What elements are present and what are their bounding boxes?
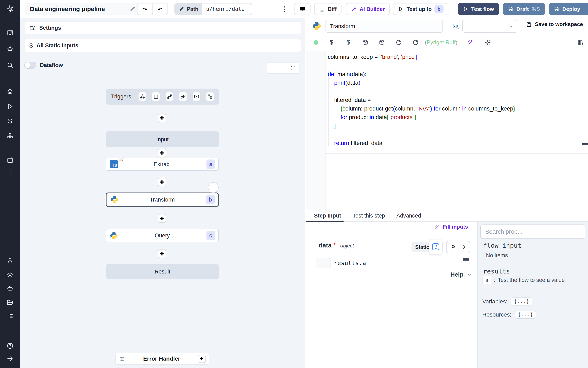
- help-dropdown[interactable]: Help: [450, 271, 472, 278]
- tag-select[interactable]: [462, 20, 517, 33]
- add-plus-icon[interactable]: [6, 169, 14, 177]
- route-trigger-icon[interactable]: [166, 92, 173, 101]
- zoom-out-button[interactable]: [278, 64, 288, 73]
- editor-scrollbar-thumb[interactable]: [582, 143, 588, 145]
- package-icon[interactable]: [362, 39, 369, 46]
- poll-watch-trigger-icon[interactable]: [206, 92, 214, 101]
- extract-step-node[interactable]: TS Extract a: [106, 158, 219, 171]
- ai-builder-label: AI Builder: [360, 6, 385, 12]
- undo-button[interactable]: [138, 3, 152, 15]
- search-icon[interactable]: [6, 62, 14, 69]
- result-key-chip[interactable]: a: [482, 276, 491, 284]
- save-draft-button[interactable]: Draft ⌘S: [503, 3, 545, 15]
- favorites-star-icon[interactable]: [6, 45, 14, 53]
- add-step-button[interactable]: [158, 214, 166, 223]
- play-outline-icon: [463, 6, 468, 12]
- edit-title-pencil-icon[interactable]: [130, 6, 136, 12]
- resources-chip[interactable]: {...}: [515, 311, 536, 319]
- fit-view-button[interactable]: [288, 64, 298, 73]
- test-flow-button[interactable]: Test flow: [458, 3, 499, 15]
- expression-value[interactable]: results.a: [331, 258, 470, 268]
- result-entry-row[interactable]: a : Test the flow to see a value: [482, 276, 565, 284]
- user-icon[interactable]: [6, 257, 14, 264]
- all-static-inputs-button[interactable]: $ All Static Inputs: [25, 39, 301, 52]
- reload-icon[interactable]: [412, 39, 419, 46]
- redo-button[interactable]: [153, 3, 168, 15]
- path-label: Path: [187, 6, 198, 12]
- editor-settings-gear-icon[interactable]: [484, 39, 491, 46]
- home-icon[interactable]: [6, 88, 14, 95]
- schedule-trigger-icon[interactable]: [152, 92, 160, 101]
- folders-icon[interactable]: [6, 299, 14, 306]
- path-pill[interactable]: Path u/henri/data_: [174, 3, 252, 15]
- status-dot: [313, 40, 318, 45]
- websocket-plug-trigger-icon[interactable]: [179, 92, 187, 101]
- magic-wand-icon: [351, 6, 357, 12]
- fill-inputs-label: Fill inputs: [443, 224, 468, 230]
- library-icon[interactable]: [577, 39, 583, 46]
- add-step-button[interactable]: [158, 249, 166, 258]
- transform-step-node-selected[interactable]: Transform b: [106, 193, 219, 207]
- code-editor[interactable]: columns_to_keep = ['brand', 'price'] def…: [306, 51, 588, 146]
- deploy-button[interactable]: Deploy: [549, 3, 588, 15]
- settings-gear-icon[interactable]: [6, 271, 14, 278]
- tab-test-this-step[interactable]: Test this step: [353, 210, 385, 221]
- add-step-button[interactable]: [158, 149, 166, 157]
- add-step-button[interactable]: [158, 114, 166, 122]
- query-step-node[interactable]: Query c: [106, 229, 219, 242]
- help-icon[interactable]: [6, 342, 14, 350]
- fill-inputs-button[interactable]: Fill inputs: [435, 224, 468, 230]
- flow-settings-button[interactable]: Settings: [25, 21, 301, 34]
- variables-dollar-icon[interactable]: $: [6, 117, 14, 125]
- result-node[interactable]: Result: [106, 264, 219, 279]
- typescript-bun-icon: TS: [110, 160, 118, 168]
- prop-flow-input[interactable]: flow_input: [483, 242, 522, 249]
- reload-icon[interactable]: [395, 39, 402, 46]
- topbar: Data engineering pipeline Path u/henri/d…: [20, 0, 588, 18]
- result-node-label: Result: [106, 268, 219, 275]
- step-inputs-dollar-icon[interactable]: $: [345, 39, 352, 46]
- triggers-node[interactable]: Triggers: [106, 89, 219, 105]
- javascript-expression-toggle[interactable]: f: [429, 239, 443, 254]
- remove-step-close-icon[interactable]: [208, 182, 218, 193]
- diff-button[interactable]: Diff: [314, 3, 341, 15]
- email-trigger-icon[interactable]: [193, 92, 200, 101]
- static-inputs-dollar-icon[interactable]: $: [328, 39, 335, 46]
- test-up-to-button[interactable]: Test up to b: [393, 3, 448, 15]
- tab-advanced[interactable]: Advanced: [397, 210, 421, 221]
- audit-list-icon[interactable]: [6, 313, 14, 320]
- function-icon: f: [432, 243, 439, 250]
- edge: [162, 122, 162, 131]
- flow-canvas-panel: Settings $ All Static Inputs Dataflow Tr…: [20, 18, 305, 368]
- tab-step-input[interactable]: Step Input: [314, 210, 341, 221]
- code-content[interactable]: columns_to_keep = ['brand', 'price'] def…: [328, 53, 515, 146]
- ai-builder-button[interactable]: AI Builder: [346, 3, 390, 15]
- dataflow-toggle[interactable]: [24, 62, 36, 69]
- input-node[interactable]: Input: [106, 131, 219, 147]
- windmill-logo-icon[interactable]: [5, 4, 15, 14]
- save-to-workspace-button[interactable]: Save to workspace: [526, 21, 583, 28]
- variables-chip[interactable]: {...}: [511, 297, 532, 305]
- path-value[interactable]: u/henri/data_: [202, 3, 252, 15]
- error-handler-node[interactable]: Error Handler: [115, 353, 209, 365]
- connect-input-button[interactable]: [446, 241, 470, 253]
- package-icon[interactable]: [379, 39, 385, 46]
- zoom-in-button[interactable]: [268, 64, 278, 73]
- add-error-handler-button[interactable]: [198, 355, 206, 363]
- workers-robot-icon[interactable]: [6, 285, 14, 292]
- runs-play-icon[interactable]: [6, 103, 14, 110]
- ai-wand-icon[interactable]: [467, 39, 474, 46]
- more-options-kebab-icon[interactable]: ⋮: [281, 5, 288, 14]
- expression-input[interactable]: results.a: [316, 258, 470, 268]
- schedules-calendar-icon[interactable]: [6, 157, 14, 164]
- add-step-button[interactable]: [158, 178, 166, 186]
- search-prop-input[interactable]: Search prop...: [480, 224, 585, 239]
- sliders-icon: [29, 25, 36, 31]
- resources-cubes-icon[interactable]: [6, 132, 14, 140]
- prop-results[interactable]: results: [483, 267, 510, 275]
- workspace-icon[interactable]: [6, 29, 14, 36]
- expand-sidebar-arrow-icon[interactable]: [6, 355, 14, 362]
- docs-book-button[interactable]: [294, 3, 311, 15]
- webhook-trigger-icon[interactable]: [139, 92, 146, 101]
- step-name-input[interactable]: Transform: [325, 20, 443, 33]
